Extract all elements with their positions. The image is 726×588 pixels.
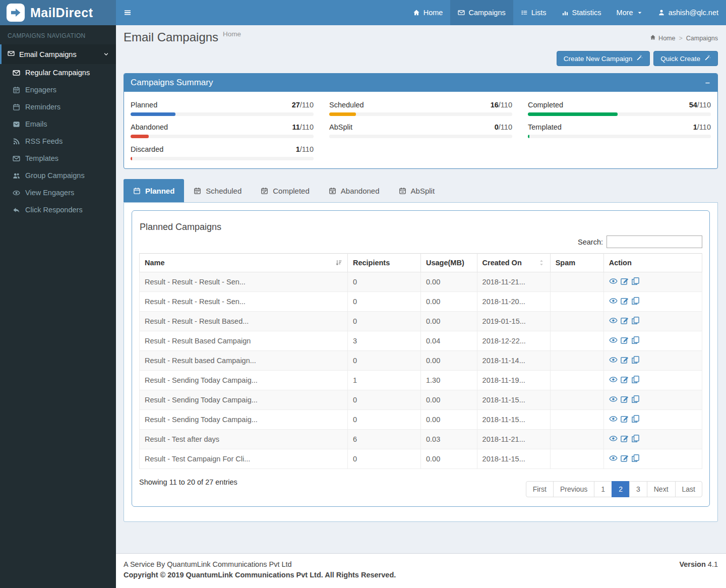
- cell-spam: [550, 430, 603, 449]
- preview-action-button[interactable]: [609, 395, 618, 403]
- edit-action-button[interactable]: [620, 356, 629, 364]
- metric-label: Abandoned: [131, 123, 168, 131]
- metric-value: 0/110: [495, 123, 512, 131]
- metric-value: 54/110: [689, 101, 711, 109]
- copy-icon: [631, 356, 640, 364]
- preview-action-button[interactable]: [609, 277, 618, 285]
- page-button-previous[interactable]: Previous: [553, 481, 594, 497]
- nav-item-more[interactable]: More: [609, 0, 650, 25]
- edit-action-button[interactable]: [620, 297, 629, 305]
- calendar-icon: [133, 187, 141, 195]
- breadcrumb-home[interactable]: Home: [650, 34, 675, 42]
- copy-icon: [631, 454, 640, 462]
- preview-action-button[interactable]: [609, 356, 618, 364]
- tab-abandoned[interactable]: Abandoned: [319, 179, 389, 202]
- table-row: Result - Sending Today Campaig...00.0020…: [140, 410, 702, 430]
- metric-value: 11/110: [292, 123, 314, 131]
- sort-icon[interactable]: [538, 259, 545, 266]
- table-row: Result - Result Based Campaign30.042018-…: [140, 331, 702, 351]
- edit-action-button[interactable]: [620, 454, 629, 462]
- cell-usage: 0.00: [420, 292, 477, 312]
- quick-create-button[interactable]: Quick Create: [653, 51, 718, 66]
- table-row: Result - Sending Today Campaig...00.0020…: [140, 390, 702, 410]
- sidebar-item-emails[interactable]: Emails: [0, 115, 116, 133]
- preview-action-button[interactable]: [609, 316, 618, 325]
- sidebar-item-reminders[interactable]: Reminders: [0, 98, 116, 115]
- preview-action-button[interactable]: [609, 336, 618, 344]
- search-input[interactable]: [607, 236, 702, 248]
- nav-item-home[interactable]: Home: [405, 0, 451, 25]
- edit-action-button[interactable]: [620, 277, 629, 285]
- duplicate-action-button[interactable]: [631, 356, 640, 364]
- cell-name: Result - Test after days: [140, 430, 348, 449]
- edit-action-button[interactable]: [620, 375, 629, 384]
- edit-action-button[interactable]: [620, 434, 629, 443]
- edit-action-button[interactable]: [620, 395, 629, 403]
- brand-logo[interactable]: MailDirect: [0, 0, 116, 25]
- duplicate-action-button[interactable]: [631, 415, 640, 423]
- sidebar-item-templates[interactable]: Templates: [0, 150, 116, 167]
- sidebar-item-email-campaigns[interactable]: Email Campaigns: [0, 44, 116, 64]
- metric-value: 1/110: [693, 123, 711, 131]
- preview-action-button[interactable]: [609, 434, 618, 443]
- sidebar-item-group-campaigns[interactable]: Group Campaigns: [0, 167, 116, 184]
- duplicate-action-button[interactable]: [631, 297, 640, 305]
- search-label: Search:: [578, 238, 603, 246]
- cell-created: 2018-11-15...: [477, 449, 550, 469]
- duplicate-action-button[interactable]: [631, 336, 640, 344]
- cell-recipients: 0: [347, 272, 420, 292]
- sidebar-item-rss-feeds[interactable]: RSS Feeds: [0, 133, 116, 150]
- page-button-next[interactable]: Next: [647, 481, 676, 497]
- tab-completed[interactable]: Completed: [251, 179, 319, 202]
- page-button-1[interactable]: 1: [594, 481, 612, 497]
- collapse-minus-icon[interactable]: [704, 80, 711, 86]
- tab-scheduled[interactable]: Scheduled: [184, 179, 251, 202]
- summary-metric-scheduled: Scheduled16/110: [329, 94, 512, 116]
- sort-desc-icon[interactable]: [335, 259, 342, 266]
- page-button-last[interactable]: Last: [675, 481, 702, 497]
- page-button-3[interactable]: 3: [629, 481, 647, 497]
- duplicate-action-button[interactable]: [631, 454, 640, 462]
- sidebar-toggle-button[interactable]: [116, 0, 139, 25]
- preview-action-button[interactable]: [609, 454, 618, 462]
- edit-action-button[interactable]: [620, 415, 629, 423]
- edit-action-button[interactable]: [620, 336, 629, 344]
- duplicate-action-button[interactable]: [631, 277, 640, 285]
- top-navbar: MailDirect HomeCampaignsListsStatisticsM…: [0, 0, 726, 25]
- metric-label: Discarded: [131, 145, 163, 153]
- sidebar-item-regular-campaigns[interactable]: Regular Campaigns: [0, 64, 116, 81]
- nav-item-statistics[interactable]: Statistics: [554, 0, 609, 25]
- duplicate-action-button[interactable]: [631, 395, 640, 403]
- column-header-created-on[interactable]: Created On: [477, 254, 550, 272]
- metric-label: Planned: [131, 101, 157, 109]
- column-header-name[interactable]: Name: [140, 254, 348, 272]
- create-new-campaign-button[interactable]: Create New Campaign: [557, 51, 650, 66]
- summary-metric-templated: Templated1/110: [528, 116, 711, 138]
- sidebar-item-engagers[interactable]: Engagers: [0, 81, 116, 98]
- preview-action-button[interactable]: [609, 375, 618, 384]
- cell-recipients: 0: [347, 351, 420, 371]
- envelope-square-icon: [13, 121, 20, 128]
- sidebar-item-view-engagers[interactable]: View Engagers: [0, 184, 116, 201]
- cell-recipients: 1: [347, 371, 420, 390]
- duplicate-action-button[interactable]: [631, 375, 640, 384]
- tab-planned[interactable]: Planned: [124, 179, 184, 202]
- edit-action-button[interactable]: [620, 316, 629, 325]
- nav-item-campaigns[interactable]: Campaigns: [450, 0, 513, 25]
- nav-item-lists[interactable]: Lists: [513, 0, 554, 25]
- sidebar-item-click-responders[interactable]: Click Responders: [0, 201, 116, 218]
- calendar-check-icon: [261, 187, 268, 195]
- tab-absplit[interactable]: AbSplit: [389, 179, 445, 202]
- page-button-first[interactable]: First: [526, 481, 554, 497]
- cell-actions: [603, 390, 702, 410]
- preview-action-button[interactable]: [609, 415, 618, 423]
- duplicate-action-button[interactable]: [631, 316, 640, 325]
- page-title: Email Campaigns: [124, 30, 218, 44]
- page-button-2[interactable]: 2: [612, 481, 630, 497]
- footer-version: Version 4.1: [679, 560, 718, 579]
- preview-action-button[interactable]: [609, 297, 618, 305]
- cell-created: 2018-11-21...: [477, 430, 550, 449]
- nav-item-ashish-qlc-net[interactable]: ashish@qlc.net: [650, 0, 726, 25]
- pagination: FirstPrevious123NextLast: [526, 481, 702, 497]
- duplicate-action-button[interactable]: [631, 434, 640, 443]
